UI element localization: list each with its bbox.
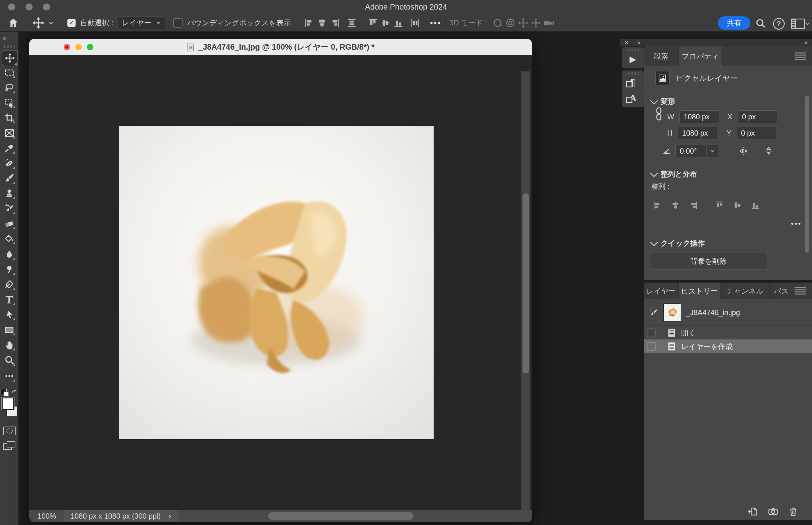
document-titlebar[interactable]: _J8A4746_in.jpg @ 100% (レイヤー 0, RGB/8*) … <box>29 39 532 55</box>
app-minimize-button[interactable] <box>26 3 32 11</box>
align-section-header[interactable]: 整列と分布 <box>650 169 812 179</box>
workspace-icon[interactable] <box>791 19 805 29</box>
auto-select-checkbox[interactable]: ✓ <box>68 19 75 27</box>
search-icon[interactable] <box>755 18 766 29</box>
new-document-from-state-icon[interactable] <box>748 506 758 516</box>
move-tool-option-icon[interactable] <box>32 17 44 29</box>
share-button[interactable]: 共有 <box>718 16 750 30</box>
align-middle-vertical-icon[interactable] <box>379 17 392 29</box>
swap-colors-icon[interactable] <box>11 388 18 396</box>
history-source-checkbox[interactable] <box>647 342 656 351</box>
tab-channels[interactable]: チャンネル <box>721 283 770 299</box>
history-snapshot-row[interactable]: _J8A4746_in.jpg <box>644 299 812 326</box>
distribute-horizontal-icon[interactable] <box>409 17 422 29</box>
spot-healing-brush-tool[interactable] <box>3 157 16 169</box>
tab-layers[interactable]: レイヤー <box>644 283 679 299</box>
character-styles-icon[interactable]: A <box>622 90 644 106</box>
properties-scrollbar-thumb[interactable] <box>805 96 809 253</box>
canvas-image[interactable] <box>119 126 434 439</box>
eraser-tool[interactable] <box>3 217 16 230</box>
panel-align-center-horizontal-icon[interactable] <box>669 199 682 212</box>
panel-collapse-icon[interactable]: « <box>804 39 808 46</box>
type-tool[interactable]: T <box>3 293 16 306</box>
panel-align-middle-vertical-icon[interactable] <box>731 199 744 212</box>
panel-close-icon[interactable]: ✕ <box>624 39 629 46</box>
tab-paths[interactable]: パス <box>770 283 793 299</box>
app-zoom-button[interactable] <box>43 3 50 11</box>
auto-select-dropdown[interactable]: レイヤー <box>118 17 165 29</box>
vertical-scrollbar[interactable] <box>521 72 530 522</box>
eyedropper-tool[interactable] <box>3 142 16 154</box>
pen-tool[interactable] <box>3 278 16 291</box>
blur-tool[interactable] <box>3 248 16 261</box>
zoom-level[interactable]: 100% <box>38 512 56 520</box>
new-snapshot-camera-icon[interactable] <box>768 506 778 516</box>
quick-mask-icon[interactable] <box>3 426 16 435</box>
clone-stamp-tool[interactable] <box>3 187 16 200</box>
horizontal-scrollbar-thumb[interactable] <box>268 512 414 520</box>
transform-section-header[interactable]: 変形 <box>650 97 812 106</box>
align-top-icon[interactable] <box>366 17 379 29</box>
dodge-tool[interactable] <box>3 263 16 276</box>
panel-align-top-icon[interactable] <box>713 199 726 212</box>
history-source-checkbox[interactable] <box>647 328 656 337</box>
panel-align-left-icon[interactable] <box>651 199 664 212</box>
app-close-button[interactable] <box>8 3 15 11</box>
flip-horizontal-icon[interactable] <box>738 146 749 156</box>
align-more-ellipsis[interactable]: ••• <box>644 219 801 228</box>
toolbar-expand-icon[interactable]: » <box>2 34 6 42</box>
zoom-tool[interactable] <box>3 354 16 366</box>
path-selection-tool[interactable] <box>3 309 16 321</box>
move-tool-chevron-icon[interactable] <box>47 19 54 27</box>
x-input[interactable]: 0 px <box>738 110 777 123</box>
angle-dropdown-icon[interactable] <box>707 145 718 158</box>
foreground-color-swatch[interactable] <box>2 397 14 410</box>
quick-actions-header[interactable]: クイック操作 <box>650 238 812 248</box>
more-options-ellipsis[interactable]: ••• <box>430 18 441 28</box>
history-menu-icon[interactable] <box>795 287 806 295</box>
align-left-icon[interactable] <box>303 17 316 29</box>
snapshot-thumbnail[interactable] <box>663 303 681 321</box>
hand-tool[interactable] <box>3 339 16 351</box>
frame-tool[interactable] <box>3 126 16 139</box>
bounding-box-checkbox[interactable] <box>173 18 183 28</box>
history-brush-source-icon[interactable] <box>649 308 658 317</box>
angle-input[interactable]: 0.00° <box>676 145 707 158</box>
actions-panel-dock[interactable]: ▶ <box>622 47 644 69</box>
distribute-vertical-icon[interactable] <box>345 17 358 29</box>
tab-paragraph[interactable]: 段落 <box>644 46 679 65</box>
marquee-tool[interactable] <box>3 66 16 79</box>
properties-menu-icon[interactable] <box>795 52 806 60</box>
link-dimensions-icon[interactable] <box>654 107 663 121</box>
lasso-tool[interactable] <box>3 81 16 94</box>
remove-background-button[interactable]: 背景を削除 <box>650 253 767 269</box>
brush-tool[interactable] <box>3 172 16 185</box>
paragraph-styles-icon[interactable]: ¶ <box>622 75 644 90</box>
workspace-chevron-icon[interactable] <box>804 20 811 27</box>
edit-toolbar-ellipsis-icon[interactable] <box>3 370 16 382</box>
y-input[interactable]: 0 px <box>737 126 776 139</box>
tab-properties[interactable]: プロパティ <box>679 46 723 65</box>
history-brush-tool[interactable] <box>3 202 16 215</box>
panel-align-right-icon[interactable] <box>687 199 700 212</box>
canvas-area[interactable] <box>29 55 532 522</box>
panel-expand-icon[interactable]: » <box>637 39 640 46</box>
tab-history[interactable]: ヒストリー <box>679 283 721 299</box>
screen-mode-icon[interactable] <box>3 441 15 450</box>
panel-align-bottom-icon[interactable] <box>749 199 762 212</box>
object-selection-tool[interactable] <box>3 96 16 109</box>
align-right-icon[interactable] <box>329 17 341 29</box>
status-chevron-icon[interactable]: › <box>168 511 171 521</box>
document-dimensions-wrap[interactable]: 1080 px x 1080 px (300 ppi) › <box>64 510 177 522</box>
styles-panel-dock[interactable]: ¶ A <box>622 70 644 107</box>
align-bottom-icon[interactable] <box>392 17 405 29</box>
default-colors-icon[interactable] <box>1 389 9 397</box>
paint-bucket-tool[interactable] <box>3 232 16 245</box>
flip-vertical-icon[interactable] <box>764 146 774 156</box>
width-input[interactable]: 1080 px <box>680 110 719 123</box>
align-center-horizontal-icon[interactable] <box>316 17 329 29</box>
history-item-open[interactable]: 開く <box>644 326 812 340</box>
home-icon[interactable] <box>8 17 19 29</box>
rectangle-tool[interactable] <box>3 324 16 336</box>
toolbar-grip[interactable] <box>4 45 15 48</box>
